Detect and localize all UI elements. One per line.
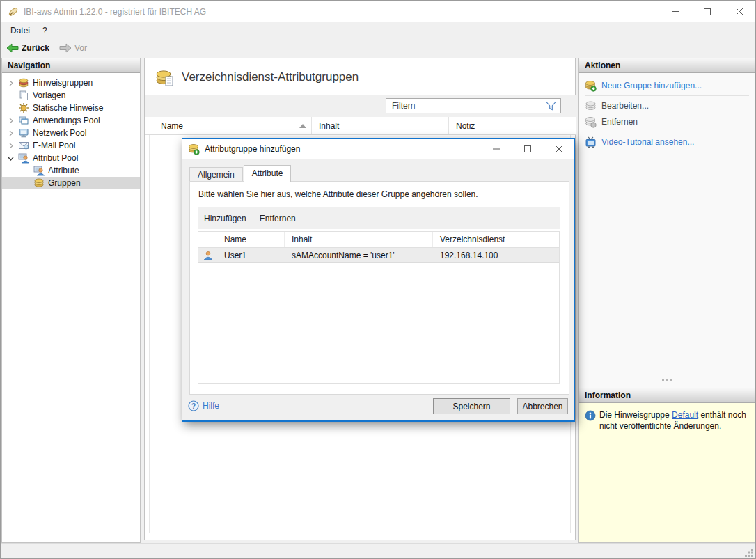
chevron-down-icon[interactable]	[3, 155, 17, 162]
filter-field	[386, 98, 561, 113]
instruction-text: Bitte wählen Sie hier aus, welche Attrib…	[198, 189, 478, 199]
tab-allgemein[interactable]: Allgemein	[189, 167, 243, 182]
sidebar-item-label: E-Mail Pool	[33, 141, 75, 150]
help-icon: ?	[188, 400, 199, 411]
cancel-button[interactable]: Abbrechen	[517, 398, 568, 414]
remove-attribute-button[interactable]: Entfernen	[253, 212, 302, 226]
attribute-tab-page: Bitte wählen Sie hier aus, welche Attrib…	[189, 181, 569, 395]
attribute-pool-icon	[17, 152, 30, 164]
forward-button[interactable]: Vor	[55, 42, 91, 54]
remove-label: Entfernen	[601, 117, 638, 127]
video-tutorial-action[interactable]: Video-Tutorial ansehen...	[585, 136, 749, 148]
back-arrow-icon	[6, 43, 19, 53]
app-window: IBI-aws Admin 1.22.0 - registriert für I…	[0, 0, 756, 559]
sidebar-item-anwendungs-pool[interactable]: Anwendungs Pool	[2, 114, 140, 127]
add-group-label: Neue Gruppe hinzufügen...	[601, 81, 702, 90]
add-group-action[interactable]: Neue Gruppe hinzufügen...	[585, 79, 749, 92]
status-bar	[1, 543, 755, 558]
panel-splitter-grip[interactable]	[579, 379, 755, 384]
navigation-header: Navigation	[2, 58, 140, 73]
network-pool-icon	[17, 127, 30, 139]
column-header-inhalt[interactable]: Inhalt	[312, 117, 449, 134]
menu-help[interactable]: ?	[36, 23, 54, 38]
sidebar-item-attribute[interactable]: Attribute	[2, 164, 140, 177]
attributes-toolbar: Hinzufügen Entfernen	[198, 207, 560, 229]
window-title: IBI-aws Admin 1.22.0 - registriert für I…	[24, 7, 206, 17]
filter-input[interactable]	[386, 100, 544, 112]
information-message: Die Hinweisgruppe Default enthält noch n…	[599, 409, 747, 432]
dialog-minimize-button[interactable]	[480, 139, 512, 159]
sort-ascending-icon	[299, 124, 306, 128]
information-panel: Die Hinweisgruppe Default enthält noch n…	[579, 403, 755, 542]
dialog-maximize-button[interactable]	[512, 139, 543, 159]
maximize-button[interactable]	[691, 1, 723, 22]
sidebar-item-attribut-pool[interactable]: Attribut Pool	[2, 152, 140, 164]
help-link[interactable]: ? Hilfe	[188, 400, 219, 411]
attribute-icon	[33, 165, 45, 176]
add-attribute-group-dialog: Attributgruppe hinzufügen Allgemein Attr…	[182, 138, 575, 422]
close-button[interactable]	[723, 1, 755, 22]
actions-panel: Aktionen Neue Gruppe hinzufügen... Bearb…	[578, 58, 755, 543]
add-attribute-button[interactable]: Hinzufügen	[198, 212, 253, 226]
page-title-row: Verzeichnisdienst-Attributgruppen	[145, 58, 575, 95]
minimize-button[interactable]	[659, 1, 691, 22]
attribute-groups-icon	[155, 69, 175, 88]
page-title: Verzeichnisdienst-Attributgruppen	[182, 70, 359, 84]
menu-bar: Datei ?	[1, 22, 755, 39]
edit-label: Bearbeiten...	[601, 101, 649, 111]
sidebar-item-statische-hinweise[interactable]: Statische Hinweise	[2, 102, 140, 114]
tab-attribute[interactable]: Attribute	[244, 165, 292, 182]
column-header-name[interactable]: Name	[145, 117, 312, 134]
table-row[interactable]: User1 sAMAccountName = 'user1' 192.168.1…	[198, 248, 559, 263]
cell-name: User1	[217, 251, 285, 260]
groups-icon	[33, 178, 45, 189]
column-header-notiz[interactable]: Notiz	[449, 117, 576, 134]
menu-datei[interactable]: Datei	[4, 23, 36, 38]
back-button-label: Zurück	[22, 43, 49, 53]
user-icon	[203, 251, 213, 260]
column-header-inhalt[interactable]: Inhalt	[285, 232, 433, 247]
chevron-right-icon[interactable]	[3, 143, 17, 149]
sidebar-item-gruppen[interactable]: Gruppen	[2, 177, 140, 189]
svg-text:?: ?	[191, 402, 196, 410]
help-label: Hilfe	[203, 401, 219, 411]
navigation-tree: Hinweisgruppen Vorlagen	[2, 73, 140, 189]
static-notices-icon	[17, 102, 30, 113]
column-label: Inhalt	[319, 121, 339, 131]
default-group-link[interactable]: Default	[672, 410, 698, 420]
remove-action[interactable]: Entfernen	[585, 116, 749, 128]
chevron-right-icon[interactable]	[3, 130, 17, 136]
resize-grip[interactable]	[744, 547, 754, 557]
save-button[interactable]: Speichern	[433, 398, 510, 414]
sidebar-item-label: Attribute	[48, 166, 79, 175]
separator	[585, 132, 749, 132]
sidebar-item-email-pool[interactable]: E-Mail Pool	[2, 139, 140, 152]
filter-bar	[145, 95, 576, 117]
column-header-name[interactable]: Name	[217, 232, 285, 247]
dialog-close-button[interactable]	[543, 139, 574, 159]
icon-column-header[interactable]	[198, 232, 217, 247]
cell-inhalt: sAMAccountName = 'user1'	[285, 251, 433, 260]
sidebar-item-label: Attribut Pool	[33, 153, 78, 163]
sidebar-item-label: Gruppen	[48, 178, 81, 188]
attributes-table-header: Name Inhalt Verzeichnisdienst	[198, 232, 559, 248]
back-button[interactable]: Zurück	[2, 42, 54, 54]
notice-groups-icon	[17, 77, 30, 88]
edit-action[interactable]: Bearbeiten...	[585, 100, 749, 112]
information-header: Information	[579, 388, 755, 403]
attributes-table: Name Inhalt Verzeichnisdienst User1 sAMA…	[198, 231, 560, 384]
chevron-right-icon[interactable]	[3, 80, 17, 86]
column-header-verzeichnisdienst[interactable]: Verzeichnisdienst	[433, 232, 559, 247]
chevron-right-icon[interactable]	[3, 118, 17, 124]
sidebar-item-netzwerk-pool[interactable]: Netzwerk Pool	[2, 127, 140, 139]
sidebar-item-hinweisgruppen[interactable]: Hinweisgruppen	[2, 77, 140, 89]
sidebar-item-label: Anwendungs Pool	[33, 116, 100, 125]
cell-verzeichnisdienst: 192.168.14.100	[433, 251, 559, 260]
sidebar-item-vorlagen[interactable]: Vorlagen	[2, 89, 140, 102]
sidebar-item-label: Hinweisgruppen	[33, 78, 93, 88]
app-logo-icon	[7, 6, 19, 18]
filter-funnel-icon[interactable]	[546, 101, 556, 111]
main-table-header: Name Inhalt Notiz	[145, 117, 576, 135]
sidebar-item-label: Netzwerk Pool	[33, 128, 86, 138]
remove-icon	[585, 116, 597, 128]
